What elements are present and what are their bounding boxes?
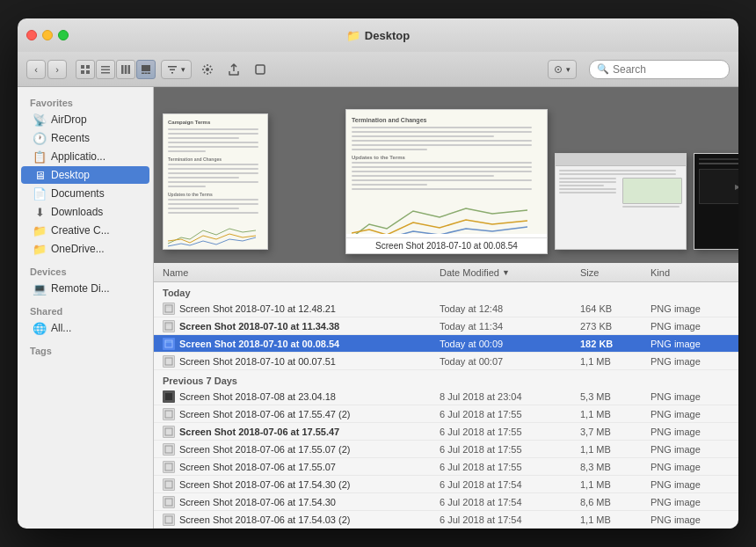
file-thumb-icon <box>163 408 175 420</box>
gallery-view-button[interactable] <box>136 60 156 79</box>
preview-area: Campaign Terms Termination and Changes <box>154 87 738 263</box>
creative-icon: 📁 <box>33 224 46 237</box>
titlebar: 📁 Desktop <box>18 18 738 52</box>
all-icon: 🌐 <box>33 322 46 334</box>
file-thumb-icon <box>163 478 175 491</box>
downloads-icon: ⬇ <box>33 206 46 218</box>
file-thumb-icon <box>163 426 175 438</box>
file-thumb-icon <box>163 514 175 526</box>
search-icon: 🔍 <box>597 63 609 75</box>
table-row[interactable]: Screen Shot 2018-07-06 at 17.55.47 (2) 6… <box>154 405 738 423</box>
svg-rect-29 <box>165 411 172 418</box>
table-row[interactable]: Screen Shot 2018-07-10 at 12.48.21 Today… <box>154 300 738 317</box>
gear-button[interactable] <box>197 59 218 80</box>
content-area: Campaign Terms Termination and Changes <box>154 87 738 529</box>
icon-view-button[interactable] <box>76 60 95 79</box>
svg-rect-27 <box>165 358 172 365</box>
table-row[interactable]: Screen Shot 2018-07-10 at 11.34.38 Today… <box>154 317 738 335</box>
svg-rect-7 <box>121 65 124 74</box>
sidebar-item-remote[interactable]: 💻 Remote Di... <box>21 280 149 297</box>
preview-label: Screen Shot 2018-07-10 at 00.08.54 <box>346 237 547 253</box>
sidebar-item-onedrive[interactable]: 📁 OneDrive... <box>21 240 149 258</box>
sidebar-item-documents[interactable]: 📄 Documents <box>21 185 149 202</box>
table-row[interactable]: Screen Shot 2018-07-10 at 00.08.54 Today… <box>154 335 738 353</box>
finder-window: 📁 Desktop ‹ › ▾ <box>18 18 738 529</box>
col-size-header[interactable]: Size <box>580 267 651 278</box>
svg-rect-30 <box>165 428 172 435</box>
title-icon: 📁 <box>346 29 360 42</box>
share-button[interactable] <box>223 59 244 80</box>
svg-rect-28 <box>165 393 172 400</box>
table-row[interactable]: Screen Shot 2018-07-08 at 23.04.18 8 Jul… <box>154 388 738 405</box>
table-row[interactable]: Screen Shot 2018-07-06 at 17.55.07 6 Jul… <box>154 458 738 476</box>
table-row[interactable]: Screen Shot 2018-07-06 at 17.54.30 (2) 6… <box>154 476 738 493</box>
minimize-button[interactable] <box>42 30 53 40</box>
svg-rect-35 <box>165 516 172 523</box>
file-thumb-icon <box>163 355 175 368</box>
file-thumb-icon <box>163 338 175 350</box>
svg-rect-2 <box>81 70 84 74</box>
table-row[interactable]: Screen Shot 2018-07-06 at 17.55.47 6 Jul… <box>154 423 738 441</box>
svg-rect-32 <box>165 463 172 470</box>
back-button[interactable]: ‹ <box>26 60 46 79</box>
thumbnail-dark[interactable]: ▶ <box>694 153 738 250</box>
svg-rect-33 <box>165 481 172 488</box>
forward-button[interactable]: › <box>47 60 67 79</box>
sidebar-item-desktop[interactable]: 🖥 Desktop <box>21 166 149 184</box>
svg-rect-25 <box>165 340 172 347</box>
svg-rect-16 <box>171 72 173 74</box>
devices-label: Devices <box>18 263 153 279</box>
applications-icon: 📋 <box>33 150 46 163</box>
shared-label: Shared <box>18 303 153 318</box>
today-group-label: Today <box>154 282 738 300</box>
arrange-picker[interactable]: ▾ <box>548 60 577 79</box>
column-view-button[interactable] <box>116 60 135 79</box>
file-list: Name Date Modified ▼ Size Kind Today Scr… <box>154 263 738 529</box>
remote-icon: 💻 <box>33 282 46 295</box>
sidebar-item-downloads[interactable]: ⬇ Downloads <box>21 203 149 221</box>
table-row[interactable]: Screen Shot 2018-07-06 at 17.55.07 (2) 6… <box>154 441 738 458</box>
window-title: 📁 Desktop <box>346 29 410 42</box>
table-row[interactable]: Screen Shot 2018-07-06 at 17.54.03 (2) 6… <box>154 511 738 529</box>
svg-rect-0 <box>81 65 84 69</box>
thumbnail-doc[interactable]: Campaign Terms Termination and Changes <box>163 113 268 250</box>
svg-rect-12 <box>145 72 148 74</box>
main-preview[interactable]: Termination and Changes Updates to the T… <box>345 109 548 254</box>
sort-picker[interactable]: ▾ <box>161 60 192 79</box>
svg-rect-4 <box>101 66 110 68</box>
main-area: Favorites 📡 AirDrop 🕐 Recents 📋 Applicat… <box>18 87 738 529</box>
documents-icon: 📄 <box>33 187 46 200</box>
preview-thumbnails: Campaign Terms Termination and Changes <box>154 87 738 263</box>
file-thumb-icon <box>163 390 175 403</box>
view-buttons <box>76 60 156 79</box>
table-row[interactable]: Screen Shot 2018-07-06 at 17.54.30 6 Jul… <box>154 493 738 511</box>
sidebar-item-airdrop[interactable]: 📡 AirDrop <box>21 111 149 128</box>
close-button[interactable] <box>26 30 37 40</box>
svg-rect-31 <box>165 446 172 453</box>
action-button[interactable] <box>250 59 271 80</box>
desktop-icon: 🖥 <box>33 169 46 181</box>
search-input[interactable] <box>613 63 722 76</box>
svg-rect-9 <box>128 65 131 74</box>
col-date-header[interactable]: Date Modified ▼ <box>440 267 580 278</box>
sidebar-item-all[interactable]: 🌐 All... <box>21 319 149 337</box>
file-thumb-icon <box>163 320 175 332</box>
search-box[interactable]: 🔍 <box>589 60 730 79</box>
thumbnail-browser[interactable] <box>555 153 687 250</box>
table-row[interactable]: Screen Shot 2018-07-10 at 00.07.51 Today… <box>154 353 738 370</box>
svg-rect-6 <box>101 72 110 74</box>
maximize-button[interactable] <box>58 30 69 40</box>
col-kind-header[interactable]: Kind <box>651 267 730 278</box>
sidebar-item-recents[interactable]: 🕐 Recents <box>21 129 149 147</box>
svg-rect-13 <box>148 72 150 74</box>
favorites-label: Favorites <box>18 94 153 110</box>
sidebar-item-applications[interactable]: 📋 Applicatio... <box>21 148 149 165</box>
list-view-button[interactable] <box>96 60 115 79</box>
svg-point-17 <box>206 68 209 71</box>
sidebar-item-creative[interactable]: 📁 Creative C... <box>21 222 149 239</box>
tags-label: Tags <box>18 342 153 360</box>
svg-point-20 <box>557 69 559 70</box>
traffic-lights <box>26 30 69 40</box>
col-name-header[interactable]: Name <box>163 267 440 278</box>
svg-rect-8 <box>125 65 127 74</box>
